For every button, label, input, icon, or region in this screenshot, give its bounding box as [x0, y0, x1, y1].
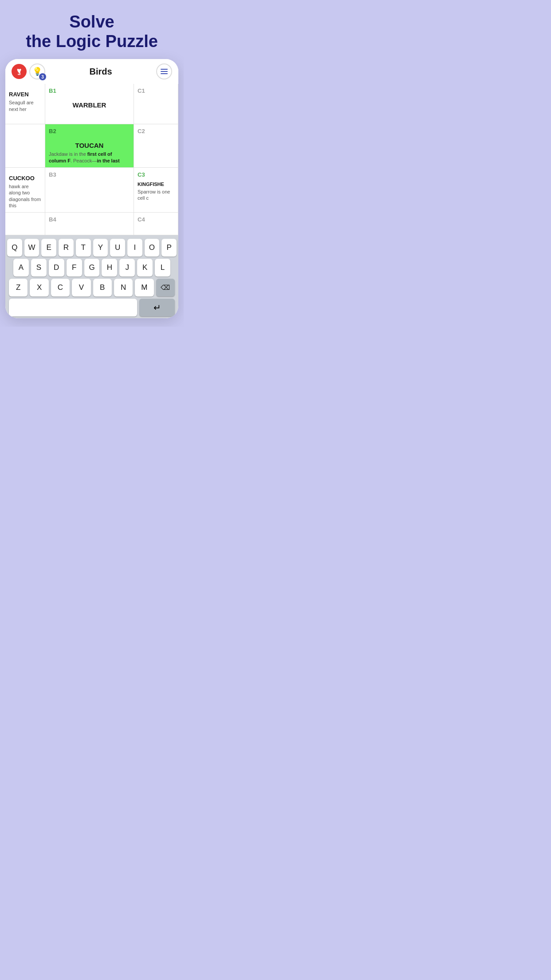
hint-badge[interactable]: 💡 3	[29, 63, 45, 79]
key-a[interactable]: A	[13, 259, 29, 277]
key-r[interactable]: R	[59, 239, 74, 257]
key-p[interactable]: P	[161, 239, 177, 257]
key-g[interactable]: G	[84, 259, 100, 277]
key-u[interactable]: U	[110, 239, 125, 257]
key-o[interactable]: O	[145, 239, 160, 257]
cell-a3-word: CUCKOO	[9, 175, 41, 182]
key-j[interactable]: J	[119, 259, 135, 277]
key-i[interactable]: I	[127, 239, 142, 257]
cell-a3-clue: hawk are along two diagonals from this	[9, 183, 41, 209]
lives-count: 3	[17, 70, 20, 76]
cell-c3-header: C3	[138, 171, 174, 178]
key-h[interactable]: H	[102, 259, 117, 277]
cell-c1-header: C1	[138, 87, 174, 94]
menu-line3	[161, 73, 168, 74]
key-z[interactable]: Z	[9, 279, 28, 296]
grid-row-3: CUCKOO hawk are along two diagonals from…	[5, 168, 178, 213]
key-backspace[interactable]: ⌫	[156, 279, 175, 296]
hint-count: 3	[39, 73, 46, 80]
key-q[interactable]: Q	[7, 239, 22, 257]
key-n[interactable]: N	[114, 279, 133, 296]
grid-row-4: B4 C4	[5, 213, 178, 235]
cell-c3-word: KINGFISHE	[138, 182, 174, 187]
top-bar-left: 3 💡 3	[12, 63, 45, 79]
kb-bottom-row: ↵	[7, 299, 177, 316]
key-l[interactable]: L	[155, 259, 170, 277]
puzzle-title: Birds	[89, 67, 112, 77]
key-x[interactable]: X	[30, 279, 48, 296]
cell-a1[interactable]: RAVEN Seagull are next her	[5, 84, 45, 124]
cell-a1-clue: Seagull are next her	[9, 99, 41, 112]
cell-c1[interactable]: C1	[134, 84, 178, 124]
key-e[interactable]: E	[41, 239, 56, 257]
top-bar: 3 💡 3 Birds	[5, 59, 178, 84]
cell-b3-header: B3	[49, 171, 130, 178]
cell-b4-header: B4	[49, 216, 130, 223]
cell-b2-header: B2	[49, 128, 130, 134]
key-d[interactable]: D	[49, 259, 64, 277]
keyboard: Q W E R T Y U I O P A S D F G H J K L Z …	[5, 235, 178, 318]
key-y[interactable]: Y	[93, 239, 108, 257]
cell-c3[interactable]: C3 KINGFISHE Sparrow is one cell c	[134, 168, 178, 212]
cell-c4-header: C4	[138, 216, 174, 223]
cell-a2[interactable]	[5, 124, 45, 167]
cell-a4[interactable]	[5, 213, 45, 235]
menu-line2	[161, 71, 168, 72]
cell-b2[interactable]: B2 TOUCAN Jackdaw is in the first cell o…	[45, 124, 134, 167]
key-w[interactable]: W	[24, 239, 39, 257]
cell-a3[interactable]: CUCKOO hawk are along two diagonals from…	[5, 168, 45, 212]
cell-b2-clue: Jackdaw is in the first cell of column F…	[49, 151, 130, 164]
key-return[interactable]: ↵	[139, 299, 175, 316]
return-icon: ↵	[153, 302, 161, 313]
menu-line1	[161, 69, 168, 70]
phone-container: 3 💡 3 Birds RAVEN Seagull are next her B…	[5, 59, 178, 318]
cell-b1-header: B1	[49, 87, 130, 94]
kb-row-3: Z X C V B N M ⌫	[7, 279, 177, 296]
key-v[interactable]: V	[72, 279, 91, 296]
cell-a1-word: RAVEN	[9, 91, 41, 98]
key-c[interactable]: C	[51, 279, 70, 296]
menu-button[interactable]	[156, 63, 172, 79]
key-s[interactable]: S	[31, 259, 47, 277]
cell-b3[interactable]: B3	[45, 168, 134, 212]
cell-b4[interactable]: B4	[45, 213, 134, 235]
grid-row-2: B2 TOUCAN Jackdaw is in the first cell o…	[5, 124, 178, 168]
cell-c2[interactable]: C2	[134, 124, 178, 167]
key-t[interactable]: T	[76, 239, 91, 257]
hero-title: Solve the Logic Puzzle	[0, 0, 184, 59]
hero-line2: the Logic Puzzle	[26, 32, 158, 51]
kb-row-2: A S D F G H J K L	[7, 259, 177, 277]
cell-b1[interactable]: B1 WARBLER	[45, 84, 134, 124]
grid-row-1: RAVEN Seagull are next her B1 WARBLER C1	[5, 84, 178, 124]
cell-b2-word: TOUCAN	[49, 142, 130, 149]
cell-b1-word: WARBLER	[49, 101, 130, 109]
puzzle-grid: RAVEN Seagull are next her B1 WARBLER C1…	[5, 84, 178, 235]
cell-c3-clue: Sparrow is one cell c	[138, 189, 174, 202]
key-b[interactable]: B	[93, 279, 112, 296]
key-f[interactable]: F	[67, 259, 82, 277]
kb-row-1: Q W E R T Y U I O P	[7, 239, 177, 257]
hero-line1: Solve	[69, 12, 114, 31]
cell-c4[interactable]: C4	[134, 213, 178, 235]
key-m[interactable]: M	[135, 279, 153, 296]
cell-c2-header: C2	[138, 128, 174, 134]
key-k[interactable]: K	[137, 259, 153, 277]
key-spacebar[interactable]	[9, 299, 137, 316]
lives-badge: 3	[12, 64, 27, 79]
